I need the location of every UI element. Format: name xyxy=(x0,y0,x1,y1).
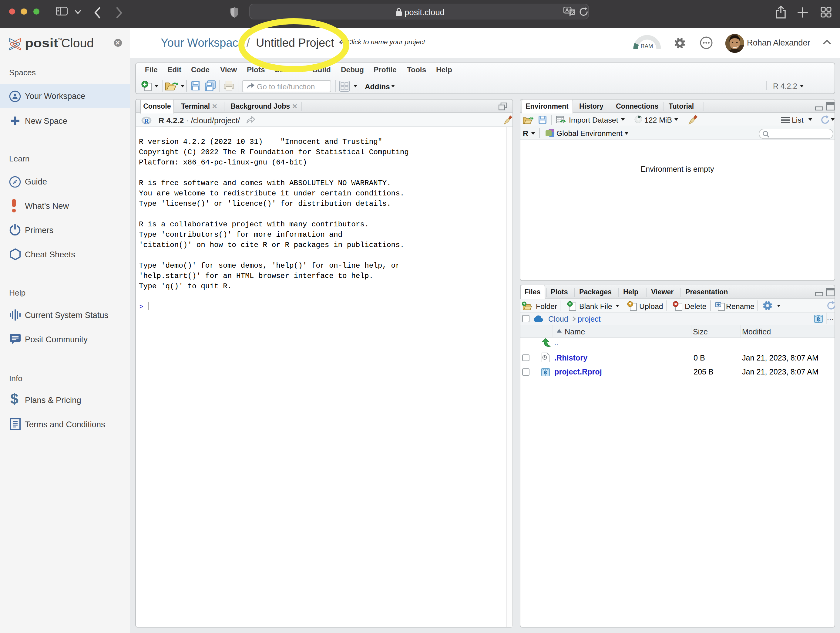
svg-text:R: R xyxy=(544,370,548,375)
svg-text:R: R xyxy=(144,117,149,124)
svg-text:R: R xyxy=(817,316,821,322)
